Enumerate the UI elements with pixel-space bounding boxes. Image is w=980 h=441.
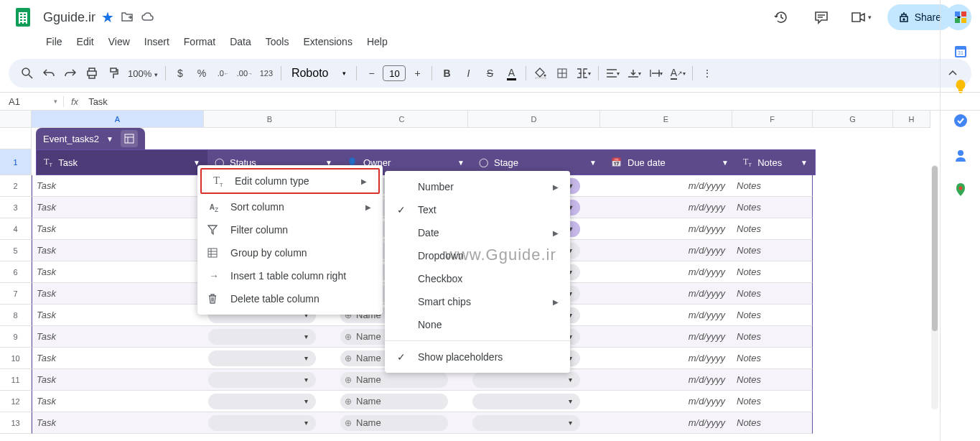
font-size-decrease[interactable]: − [361, 63, 381, 83]
percent-icon[interactable]: % [192, 63, 212, 83]
menu-tools[interactable]: Tools [260, 34, 295, 53]
col-header-a[interactable]: A [32, 111, 204, 128]
cell-due-date[interactable]: m/d/yyyy [600, 175, 732, 197]
cell-due-date[interactable]: m/d/yyyy [600, 283, 732, 305]
table-row[interactable]: 12 Task ▾ ⊕Name ▾ m/d/yyyy Notes [0, 391, 813, 412]
cell-task[interactable]: Task [32, 283, 204, 305]
header-task[interactable]: TTTask▼ [37, 150, 207, 175]
col-header-c[interactable]: C [336, 111, 468, 128]
increase-decimal-icon[interactable]: .00→ [235, 63, 255, 83]
cell-due-date[interactable]: m/d/yyyy [600, 348, 732, 369]
col-header-h[interactable]: H [893, 111, 930, 128]
cell-due-date[interactable]: m/d/yyyy [600, 305, 732, 326]
borders-icon[interactable] [552, 63, 572, 83]
cell-due-date[interactable]: m/d/yyyy [600, 197, 732, 218]
cell-notes[interactable]: Notes [732, 240, 813, 261]
font-size-input[interactable]: 10 [383, 65, 406, 81]
cell-stage[interactable]: ▾ [468, 391, 600, 412]
cell-status[interactable]: ▾ [204, 412, 336, 434]
star-icon[interactable]: ★ [101, 9, 114, 26]
cell-task[interactable]: Task [32, 197, 204, 218]
calendar-icon[interactable]: 31 [953, 45, 968, 59]
menu-edit[interactable]: Edit [71, 34, 100, 53]
cell-due-date[interactable]: m/d/yyyy [600, 261, 732, 283]
chevron-down-icon[interactable]: ▼ [106, 135, 113, 143]
cell-due-date[interactable]: m/d/yyyy [600, 218, 732, 240]
col-header-d[interactable]: D [468, 111, 600, 128]
col-header-b[interactable]: B [204, 111, 336, 128]
wrap-icon[interactable]: ▾ [646, 63, 666, 83]
font-select[interactable]: Roboto▾ [286, 67, 353, 80]
col-header-e[interactable]: E [600, 111, 732, 128]
header-notes[interactable]: TTNotes▼ [736, 150, 815, 175]
redo-icon[interactable] [60, 63, 80, 83]
cell-task[interactable]: Task [32, 391, 204, 412]
cell-notes[interactable]: Notes [732, 369, 813, 391]
rotate-icon[interactable]: A↗ ▾ [668, 63, 688, 83]
cell-task[interactable]: Task [32, 305, 204, 326]
cell-due-date[interactable]: m/d/yyyy [600, 326, 732, 348]
table-row[interactable]: 13 Task ▾ ⊕Name ▾ m/d/yyyy Notes [0, 412, 813, 434]
history-icon[interactable] [767, 3, 795, 32]
cell-owner[interactable]: ⊕Name [336, 391, 468, 412]
menu-item[interactable]: Group by column [197, 241, 383, 264]
cell-status[interactable]: ▾ [204, 326, 336, 348]
strike-icon[interactable]: S [480, 63, 500, 83]
cell-status[interactable]: ▾ [204, 369, 336, 391]
cell-task[interactable]: Task [32, 412, 204, 434]
font-size-increase[interactable]: + [407, 63, 427, 83]
menu-item[interactable]: Smart chips▶ [385, 290, 570, 313]
menu-format[interactable]: Format [178, 34, 221, 53]
more-formats-icon[interactable]: 123 [256, 63, 276, 83]
menu-item[interactable]: Checkbox [385, 267, 570, 290]
cell-status[interactable]: ▾ [204, 348, 336, 369]
sheets-logo[interactable] [9, 3, 37, 32]
halign-icon[interactable]: ▾ [603, 63, 623, 83]
col-header-g[interactable]: G [813, 111, 893, 128]
cell-notes[interactable]: Notes [732, 348, 813, 369]
menu-insert[interactable]: Insert [139, 34, 175, 53]
table-chip[interactable]: Event_tasks2 ▼ [36, 128, 145, 149]
print-icon[interactable] [82, 63, 102, 83]
header-due-date[interactable]: 📅Due date▼ [604, 150, 736, 175]
contacts-icon[interactable] [953, 148, 968, 162]
cell-notes[interactable]: Notes [732, 261, 813, 283]
cell-owner[interactable]: ⊕Name [336, 412, 468, 434]
tasks-icon[interactable] [953, 113, 968, 128]
menu-item[interactable]: Delete table column [197, 287, 383, 310]
formula-input[interactable]: Task [85, 96, 108, 107]
cell-task[interactable]: Task [32, 175, 204, 197]
cell-due-date[interactable]: m/d/yyyy [600, 369, 732, 391]
merge-icon[interactable]: ▾ [574, 63, 594, 83]
table-view-icon[interactable] [121, 130, 138, 147]
cell-due-date[interactable]: m/d/yyyy [600, 391, 732, 412]
meet-icon[interactable]: ▾ [847, 3, 876, 32]
cell-task[interactable]: Task [32, 240, 204, 261]
menu-item[interactable]: None [385, 313, 570, 336]
move-icon[interactable] [121, 12, 134, 22]
fill-color-icon[interactable] [531, 63, 551, 83]
menu-item[interactable]: →Insert 1 table column right [197, 264, 383, 287]
doc-title[interactable]: Gguide.ir [43, 10, 95, 25]
bold-icon[interactable]: B [437, 63, 457, 83]
menu-help[interactable]: Help [361, 34, 393, 53]
keep-icon[interactable] [953, 79, 968, 93]
currency-icon[interactable]: $ [170, 63, 190, 83]
cell-task[interactable]: Task [32, 326, 204, 348]
cell-due-date[interactable]: m/d/yyyy [600, 240, 732, 261]
menu-item[interactable]: ✓Show placeholders [385, 345, 570, 368]
cell-task[interactable]: Task [32, 369, 204, 391]
zoom-select[interactable]: 100% ▾ [125, 68, 161, 79]
menu-file[interactable]: File [40, 34, 68, 53]
menu-extensions[interactable]: Extensions [297, 34, 358, 53]
more-icon[interactable]: ⋮ [697, 63, 717, 83]
cell-notes[interactable]: Notes [732, 218, 813, 240]
select-all-corner[interactable] [0, 111, 32, 128]
cell-notes[interactable]: Notes [732, 197, 813, 218]
col-header-f[interactable]: F [732, 111, 813, 128]
cell-notes[interactable]: Notes [732, 412, 813, 434]
italic-icon[interactable]: I [458, 63, 478, 83]
menu-item[interactable]: Date▶ [385, 221, 570, 244]
maps-icon[interactable] [953, 182, 968, 197]
paint-format-icon[interactable] [103, 63, 123, 83]
